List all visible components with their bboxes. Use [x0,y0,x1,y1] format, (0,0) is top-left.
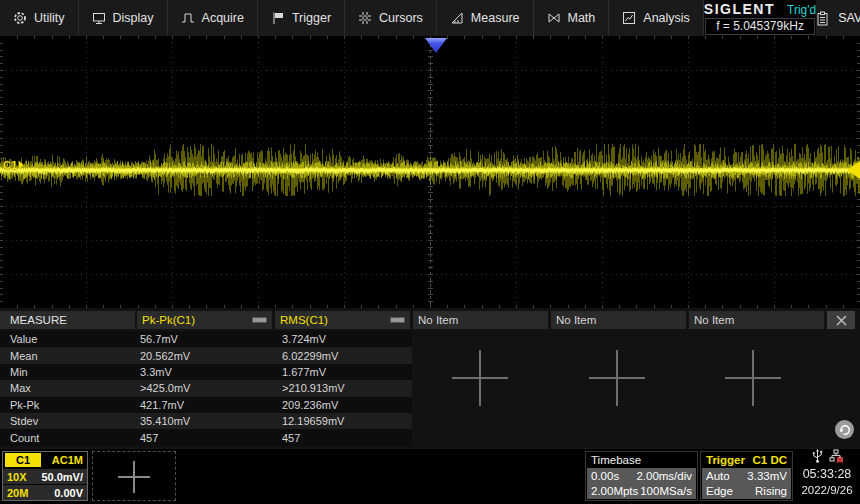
pulse-icon [181,11,195,25]
measure-column-2[interactable]: RMS(C1) [275,311,410,329]
channel-coupling: AC1M [52,454,83,466]
trigger-slope: Rising [755,484,787,498]
trigger-type: Edge [706,484,733,498]
channel-trace-label[interactable]: C1 [3,159,24,171]
channel-probe: 10X [7,471,27,483]
lan-disconnected-icon [829,449,843,467]
gear-icon [13,11,27,25]
chart-icon [622,11,636,25]
bowtie-icon [547,11,561,25]
trigger-box[interactable]: TriggerC1 DC Auto3.33mV EdgeRising [700,451,793,501]
measure-row-value: Value56.7mV3.724mV [0,331,412,347]
trigger-position-marker[interactable] [425,38,447,53]
measure-column-5[interactable]: No Item [689,311,824,329]
measure-title: MEASURE [0,311,135,329]
oscilloscope-screen: UtilityDisplayAcquireTriggerCursorsMeasu… [0,0,860,504]
timebase-sample-rate: 100MSa/s [640,484,692,498]
measure-column-1[interactable]: Pk-Pk(C1) [137,311,272,329]
add-channel-button[interactable] [92,451,176,501]
add-measurement-placeholder[interactable] [589,350,645,406]
measure-column-3[interactable]: No Item [413,311,548,329]
add-measurement-placeholder[interactable] [725,350,781,406]
menu-item-measure[interactable]: Measure [437,0,534,36]
flag-icon [271,11,285,25]
trigger-mode: Auto [706,469,730,483]
measure-close-button[interactable] [827,311,855,329]
trace-offset-arrow-icon [19,161,24,169]
usb-icon [812,449,823,467]
crosshair-icon [358,11,372,25]
close-icon [836,315,847,326]
measure-row-pk-pk: Pk-Pk421.7mV209.236mV [0,397,412,413]
timebase-box[interactable]: Timebase 0.00s2.00ms/div 2.00Mpts100MSa/… [585,451,698,501]
clock-date: 2022/9/26 [801,483,852,498]
monitor-icon [92,11,106,25]
remove-measurement-button[interactable] [252,317,267,323]
measure-panel: MEASURE Pk-Pk(C1)RMS(C1)No ItemNo ItemNo… [0,308,860,448]
menu-item-utility[interactable]: Utility [0,0,79,36]
siglent-logo: SIGLENT [704,1,775,17]
waveform-canvas[interactable] [0,36,860,308]
channel-badge: C1 [5,453,41,467]
history-icon[interactable] [835,420,854,439]
brand-block: SIGLENT Trig'd f = 5.045379kHz [704,0,816,36]
remove-measurement-button[interactable] [390,317,405,323]
menu-item-trigger[interactable]: Trigger [258,0,345,36]
status-clock: 05:33:28 2022/9/26 [797,450,857,502]
trigger-status-badge: Trig'd [787,3,816,17]
measure-row-count: Count457457 [0,429,412,445]
channel-bandwidth: 20M [7,487,28,499]
add-measurement-placeholder[interactable] [452,350,508,406]
menu-item-analysis[interactable]: Analysis [609,0,704,36]
trigger-frequency-readout: f = 5.045379kHz [705,18,815,35]
menu-item-display[interactable]: Display [79,0,168,36]
menu-item-acquire[interactable]: Acquire [168,0,258,36]
trigger-title: Trigger [706,454,745,466]
measure-column-4[interactable]: No Item [551,311,686,329]
channel-info-box[interactable]: C1 AC1M 10X 50.0mV/ 20M 0.00V [2,451,88,501]
measure-row-max: Max>425.0mV>210.913mV [0,380,412,396]
menu-item-math[interactable]: Math [534,0,610,36]
timebase-title: Timebase [591,454,641,466]
menu-bar: UtilityDisplayAcquireTriggerCursorsMeasu… [0,0,860,36]
status-bar: C1 AC1M 10X 50.0mV/ 20M 0.00V Timebase 0… [0,448,860,504]
channel-scale: 50.0mV/ [41,471,83,483]
plus-icon [118,461,150,493]
trigger-level-marker[interactable] [847,161,860,179]
trigger-source: C1 DC [752,454,787,466]
timebase-scale: 2.00ms/div [636,469,692,483]
waveform-display: C1 [0,36,860,308]
trigger-level-value: 3.33mV [747,469,787,483]
measure-header-row: MEASURE Pk-Pk(C1)RMS(C1)No ItemNo ItemNo… [0,311,860,329]
clock-time: 05:33:28 [803,466,852,483]
measure-row-mean: Mean20.562mV6.02299mV [0,347,412,363]
menu-item-cursors[interactable]: Cursors [345,0,437,36]
measure-row-stdev: Stdev35.410mV12.19659mV [0,413,412,429]
timebase-memory: 2.00Mpts [591,484,638,498]
measure-table: Value56.7mV3.724mVMean20.562mV6.02299mVM… [0,331,412,446]
set-square-icon [450,11,464,25]
clipboard-save-icon [816,11,829,26]
channel-offset: 0.00V [54,487,83,499]
measure-row-min: Min3.3mV1.677mV [0,364,412,380]
timebase-delay: 0.00s [591,469,619,483]
save-button[interactable]: SAVE [816,0,860,36]
save-label: SAVE [838,11,860,25]
